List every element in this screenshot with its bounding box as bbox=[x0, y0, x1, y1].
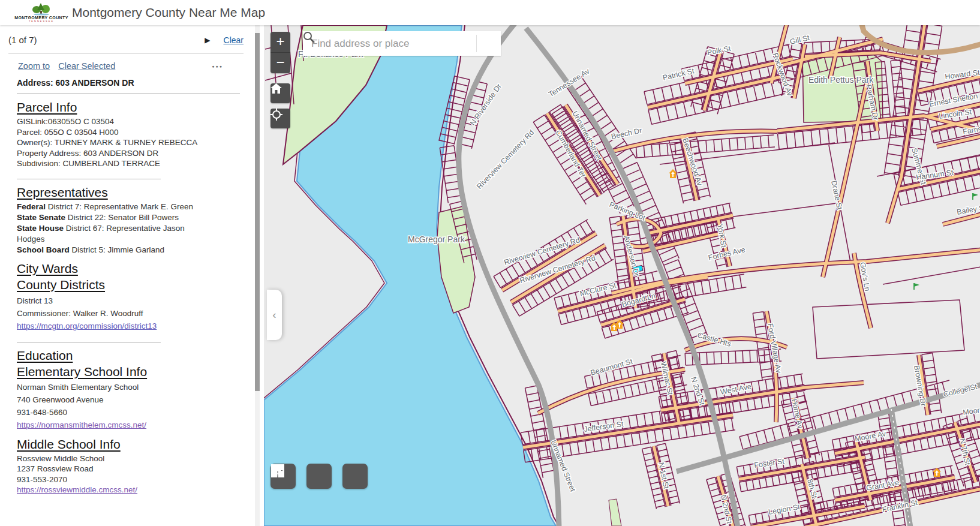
middle-phone: 931-553-2070 bbox=[17, 474, 252, 485]
parcel-info-heading: Parcel Info bbox=[17, 100, 252, 115]
more-options-button[interactable]: ●●● bbox=[212, 64, 223, 68]
parcel-number: Parcel: 055O C 03504 H000 bbox=[17, 127, 252, 138]
grid-icon bbox=[270, 464, 285, 478]
middle-address: 1237 Rossview Road bbox=[17, 464, 252, 474]
home-button[interactable] bbox=[270, 83, 290, 103]
elementary-address: 740 Greenwood Avenue bbox=[17, 393, 252, 406]
logo-text: MONTGOMERY COUNTY bbox=[14, 16, 68, 20]
search-bar bbox=[303, 31, 501, 56]
county-districts-heading: County Districts bbox=[17, 278, 252, 292]
search-input[interactable] bbox=[303, 31, 476, 56]
parcel-gislink: GISLink:063055O C 03504 bbox=[17, 116, 252, 127]
search-icon bbox=[303, 31, 315, 43]
clear-link[interactable]: Clear bbox=[224, 35, 244, 45]
trees-icon bbox=[28, 2, 55, 16]
sidebar-scrollbar-thumb[interactable] bbox=[255, 33, 260, 391]
commissioner-label: Commissioner: Walker R. Woodruff bbox=[17, 307, 252, 320]
print-button[interactable] bbox=[306, 464, 332, 489]
rep-federal: Federal District 7: Representative Mark … bbox=[17, 202, 252, 212]
rep-school-board: School Board District 5: Jimmie Garland bbox=[17, 245, 252, 256]
rep-house: State House District 67: Representative … bbox=[17, 223, 215, 245]
app-header: MONTGOMERY COUNTY TENNESSEE Montgomery C… bbox=[0, 0, 980, 25]
county-logo: MONTGOMERY COUNTY TENNESSEE bbox=[17, 1, 66, 24]
logo-subtext: TENNESSEE bbox=[29, 20, 54, 23]
city-wards-heading: City Wards bbox=[17, 262, 252, 276]
basemap-gallery-button[interactable] bbox=[342, 464, 368, 489]
chevron-left-icon: ‹ bbox=[272, 308, 276, 321]
search-button[interactable] bbox=[477, 31, 501, 56]
app-window: MONTGOMERY COUNTY TENNESSEE Montgomery C… bbox=[0, 0, 980, 526]
district-label: District 13 bbox=[17, 294, 252, 307]
locate-icon bbox=[270, 109, 282, 121]
zoom-to-link[interactable]: Zoom to bbox=[18, 61, 50, 71]
svg-text:Edith Pettus Park: Edith Pettus Park bbox=[808, 75, 874, 85]
rep-senate: State Senate District 22: Senator Bill P… bbox=[17, 212, 252, 223]
locate-button[interactable] bbox=[270, 109, 290, 128]
middle-school-heading: Middle School Info bbox=[17, 437, 252, 452]
zoom-in-button[interactable]: + bbox=[270, 32, 290, 52]
district-link[interactable]: https://mcgtn.org/commission/district13 bbox=[17, 321, 157, 330]
zoom-out-button[interactable]: − bbox=[270, 53, 290, 73]
parcel-owner: Owner(s): TURNEY MARK & TURNEY REBECCA bbox=[17, 137, 252, 148]
panel-collapse-button[interactable]: ‹ bbox=[267, 290, 282, 340]
zoom-controls: + − bbox=[270, 32, 290, 73]
divider bbox=[17, 179, 161, 179]
map-toolbar bbox=[270, 464, 368, 489]
map-graphics: Ft. Defiance ParkEdith Pettus ParkMcGreg… bbox=[264, 25, 980, 526]
elementary-link[interactable]: https://normansmithelem.cmcss.net/ bbox=[17, 420, 146, 429]
clear-selected-link[interactable]: Clear Selected bbox=[58, 61, 115, 71]
representatives-heading: Representatives bbox=[17, 185, 252, 200]
next-result-button[interactable]: ▶ bbox=[205, 36, 210, 44]
parcel-address: Property Address: 603 ANDERSON DR bbox=[17, 148, 252, 159]
address-label: Address: 603 ANDERSON DR bbox=[17, 78, 252, 88]
elementary-school-heading: Elementary School Info bbox=[17, 365, 252, 379]
middle-name: Rossview Middle School bbox=[17, 453, 252, 464]
result-pager: (1 of 7) bbox=[8, 35, 37, 45]
divider bbox=[17, 94, 240, 94]
svg-text:McGregor Park: McGregor Park bbox=[408, 235, 465, 244]
divider bbox=[17, 342, 161, 342]
elementary-phone: 931-648-5660 bbox=[17, 406, 252, 419]
elementary-name: Norman Smith Elementary School bbox=[17, 381, 252, 393]
page-title: Montgomery County Near Me Map bbox=[72, 5, 265, 20]
education-heading: Education bbox=[17, 348, 252, 363]
results-panel: (1 of 7) ▶ Clear Zoom to Clear Selected … bbox=[0, 25, 264, 526]
home-icon bbox=[270, 83, 282, 94]
map-canvas[interactable]: Ft. Defiance ParkEdith Pettus ParkMcGreg… bbox=[264, 25, 980, 526]
middle-link[interactable]: https://rossviewmiddle.cmcss.net/ bbox=[17, 485, 137, 494]
parcel-subdivision: Subdivision: CUMBERLAND TERRACE bbox=[17, 158, 252, 169]
